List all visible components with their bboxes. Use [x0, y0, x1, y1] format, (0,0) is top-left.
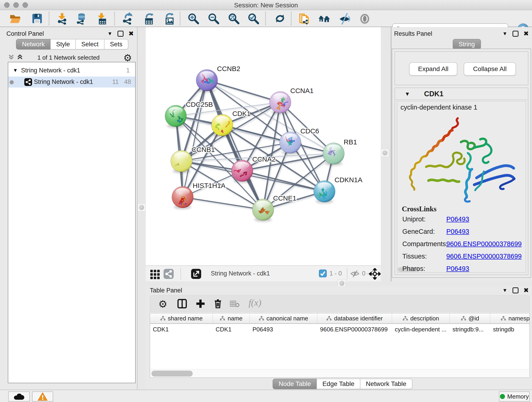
table-cell[interactable]: cyclin-dependent ... — [392, 324, 450, 334]
table-close-icon[interactable]: ✖ — [524, 287, 529, 294]
gear-icon[interactable]: ⚙ — [158, 298, 167, 310]
tab-sets[interactable]: Sets — [104, 39, 128, 50]
move-crosshair-icon[interactable] — [369, 268, 380, 281]
refresh-icon[interactable] — [274, 13, 286, 25]
zoom-fit-icon[interactable] — [228, 13, 240, 25]
column-header-canonical-name[interactable]: canonical name — [250, 313, 317, 324]
open-external-icon[interactable] — [191, 268, 202, 280]
left-splitter-handle[interactable] — [138, 203, 146, 211]
crosslink-link[interactable]: 9606.ENSP00000378699 — [446, 253, 522, 260]
node-label-ccna1: CCNA1 — [290, 87, 314, 95]
selected-count: 1 - 0 — [329, 270, 342, 277]
export-image-icon[interactable] — [163, 13, 175, 25]
delete-icon[interactable] — [212, 298, 223, 310]
selected-checkbox-icon[interactable] — [319, 269, 327, 278]
crosslink-row: Tissues: 9606.ENSP00000378699 — [402, 253, 526, 265]
protein-description: cyclin-dependent kinase 1 — [400, 104, 477, 111]
table-menu-icon[interactable]: ▼ — [502, 287, 507, 293]
column-header-namespace[interactable]: namespace — [490, 313, 530, 324]
column-header-name[interactable]: name — [213, 313, 250, 324]
tab-edge-table[interactable]: Edge Table — [317, 379, 360, 389]
add-icon[interactable] — [195, 298, 206, 310]
protein-details: cyclin-dependent kinase 1 CrossLinks Uni… — [397, 101, 526, 273]
close-panel-icon[interactable]: ✖ — [128, 30, 134, 37]
memory-button[interactable]: Memory — [499, 391, 530, 402]
toolbar-separator — [49, 12, 50, 25]
warnings-button[interactable] — [32, 391, 53, 402]
network-canvas[interactable]: CCNB2CCNA1CDC25BCDK1CDC6RB1CCNB1CCNA2CDK… — [146, 27, 381, 265]
columns-icon[interactable] — [177, 298, 188, 310]
right-splitter[interactable] — [381, 27, 391, 285]
network-row-selected[interactable]: String Network - cdk1 11 48 — [8, 77, 135, 88]
left-splitter[interactable] — [137, 27, 146, 390]
export-network-icon[interactable] — [121, 13, 133, 25]
column-header-database-identifier[interactable]: database identifier — [317, 313, 392, 324]
tab-select[interactable]: Select — [76, 39, 104, 50]
results-panel-title: Results Panel — [394, 30, 432, 37]
toolbar-separator — [114, 12, 115, 25]
tab-network[interactable]: Network — [16, 39, 51, 50]
panel-menu-icon[interactable]: ▼ — [108, 31, 113, 37]
table-cell[interactable]: stringdb:9... — [450, 324, 490, 334]
collection-expand-icon[interactable]: ▼ — [13, 67, 18, 73]
table-hscrollbar[interactable] — [150, 369, 530, 377]
column-header-shared-name[interactable]: shared name — [150, 313, 213, 324]
string-share-icon[interactable] — [163, 268, 174, 280]
table-toolbar: ⚙ f(x) — [150, 295, 530, 312]
zoom-selected-icon[interactable] — [247, 13, 259, 25]
crosslink-link[interactable]: P06493 — [446, 265, 469, 273]
table-cell[interactable]: CDK1 — [213, 324, 250, 334]
node-label-cdkn1a: CDKN1A — [335, 176, 362, 184]
results-float-icon[interactable] — [513, 31, 519, 37]
import-table-icon[interactable] — [96, 13, 108, 25]
network-collection-row[interactable]: ▼ String Network - cdk1 1 — [8, 65, 135, 76]
results-menu-icon[interactable]: ▼ — [502, 31, 507, 37]
tab-style[interactable]: Style — [51, 39, 76, 50]
right-splitter-handle[interactable] — [381, 149, 389, 157]
horizontal-splitter[interactable] — [146, 281, 532, 286]
column-header-@id[interactable]: @id — [450, 313, 490, 324]
node-label-cdc6: CDC6 — [300, 127, 319, 135]
save-icon[interactable] — [31, 13, 43, 25]
protein-expand-icon[interactable]: ▼ — [405, 91, 410, 97]
results-close-icon[interactable]: ✖ — [524, 30, 529, 37]
homes-icon[interactable] — [318, 13, 330, 25]
zoom-in-icon[interactable] — [187, 13, 199, 25]
expand-all-button[interactable]: Expand All — [409, 62, 457, 76]
current-network-dot — [10, 80, 14, 84]
tab-node-table[interactable]: Node Table — [273, 379, 317, 389]
node-label-rb1: RB1 — [344, 138, 357, 146]
crosslink-link[interactable]: 9606.ENSP00000378699 — [446, 240, 522, 248]
show-icon[interactable] — [359, 13, 371, 25]
protein-header[interactable]: ▼ CDK1 — [395, 88, 528, 100]
export-table-icon[interactable] — [143, 13, 154, 25]
tab-network-table[interactable]: Network Table — [360, 379, 412, 389]
float-panel-icon[interactable] — [118, 31, 123, 37]
crosslink-link[interactable]: P06493 — [446, 216, 469, 223]
node-label-cdc25b: CDC25B — [186, 101, 213, 108]
zoom-out-icon[interactable] — [208, 13, 220, 25]
toolbar-separator — [265, 12, 266, 25]
import-network-icon[interactable] — [56, 13, 68, 25]
open-folder-icon[interactable] — [9, 13, 21, 25]
table-cell[interactable]: P06493 — [250, 324, 317, 334]
collapse-all-button[interactable]: Collapse All — [464, 62, 516, 76]
crosslink-link[interactable]: P06493 — [446, 228, 469, 235]
tab-string[interactable]: String — [453, 39, 481, 50]
string-results-box: Expand All Collapse All ▼ CDK1 cyclin-de… — [392, 49, 531, 278]
table-cell[interactable]: 9606.ENSP00000378699 — [317, 324, 392, 334]
cloud-icon — [13, 392, 25, 401]
table-hscrollbar-thumb[interactable] — [152, 370, 193, 376]
import-database-icon[interactable] — [76, 13, 88, 25]
hide-icon[interactable] — [339, 13, 351, 25]
network-graph[interactable]: CCNB2CCNA1CDC25BCDK1CDC6RB1CCNB1CCNA2CDK… — [146, 27, 381, 265]
cloud-button[interactable] — [8, 391, 30, 402]
table-cell[interactable]: CDK1 — [150, 324, 213, 334]
column-header-description[interactable]: description — [392, 313, 450, 324]
table-float-icon[interactable] — [513, 287, 519, 293]
table-cell[interactable]: stringdb — [490, 324, 530, 334]
crosslink-row: Uniprot: P06493 — [402, 216, 526, 228]
network-view[interactable]: CCNB2CCNA1CDC25BCDK1CDC6RB1CCNB1CCNA2CDK… — [146, 27, 381, 281]
clone-network-icon[interactable] — [298, 13, 310, 25]
birdseye-grid-icon[interactable] — [149, 268, 160, 280]
